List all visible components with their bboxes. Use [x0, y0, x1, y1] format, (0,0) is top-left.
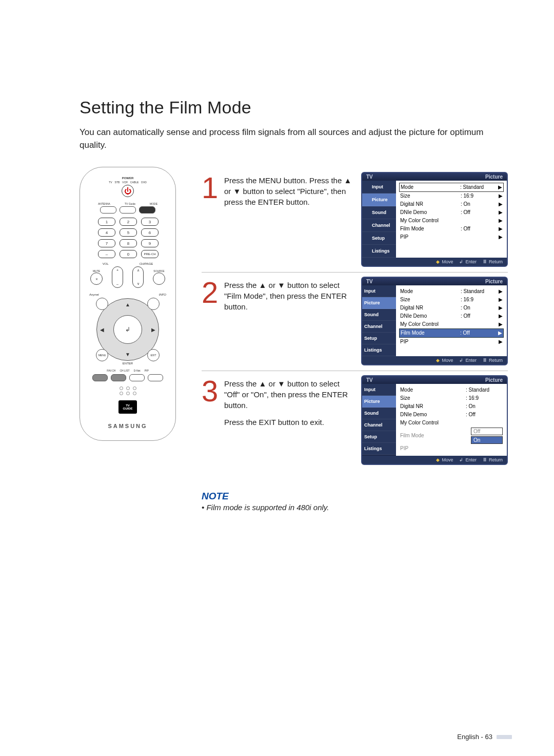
osd-tab-listings: Listings	[362, 245, 396, 258]
prech-button: PRE-CH	[141, 250, 159, 258]
page-number: English - 63	[457, 733, 492, 741]
osd-tv-label: TV	[366, 377, 373, 383]
step-3-text: Press the ▲ or ▼ button to select "Off" …	[224, 375, 353, 434]
favch-label: FAV.CH	[107, 369, 115, 372]
osd-row-film: Film Mode: Off▶	[399, 328, 504, 338]
osd-tab-channel: Channel	[362, 419, 396, 431]
num-1: 1	[98, 218, 115, 226]
osd-tab-picture: Picture	[362, 193, 396, 206]
osd-foot-enter: ↲Enter	[458, 259, 477, 264]
step-1: 1 Press the MENU button. Press the ▲ or …	[202, 168, 508, 272]
arrow-down-icon: ▼	[125, 352, 130, 357]
info-label: INFO	[159, 293, 166, 296]
num-5: 5	[120, 228, 137, 237]
pip-button	[148, 374, 163, 381]
vol-rocker: +–	[112, 266, 123, 288]
arrow-up-icon: ▲	[125, 302, 130, 307]
film-option-on: On	[471, 436, 503, 444]
osd-row-pip: PIP▶	[399, 233, 504, 241]
osd-tab-input: Input	[362, 181, 396, 193]
osd-row-film: Film Mode: Off▶	[399, 225, 504, 233]
osd-row-dnr: Digital NR: On	[399, 402, 504, 411]
note-title: NOTE	[202, 491, 508, 502]
step-3-text-b: Press the EXIT button to exit.	[224, 417, 353, 428]
device-row: TV STB VCR CABLE DVD	[85, 181, 170, 184]
osd-row-mcc: My Color Control	[399, 419, 504, 427]
step-2-number: 2	[202, 280, 219, 305]
favch-button	[92, 374, 108, 381]
osd-tv-label: TV	[366, 174, 373, 180]
note-block: NOTE • Film mode is supported in 480i on…	[202, 491, 508, 512]
tv-guide-logo: TV GUIDE	[118, 400, 137, 414]
osd-row-size: Size: 16:9▶	[399, 296, 504, 304]
osd-row-dnie: DNIe Demo: Off	[399, 411, 504, 419]
osd-row-dnie: DNIe Demo: Off▶	[399, 312, 504, 320]
chpage-label: CH/PAGE	[140, 262, 153, 265]
osd-row-dnr: Digital NR: On▶	[399, 200, 504, 208]
power-button-icon: ⏻	[122, 185, 134, 197]
osd-tab-input: Input	[362, 384, 396, 396]
num-3: 3	[141, 218, 159, 226]
osd-row-dnie: DNIe Demo: Off▶	[399, 208, 504, 217]
mode-label: MODE	[150, 202, 157, 205]
dev-cable: CABLE	[130, 181, 138, 184]
dnet-button	[129, 374, 145, 381]
num-2: 2	[120, 218, 137, 226]
step-3-text-a: Press the ▲ or ▼ button to select "Off" …	[224, 378, 353, 411]
step-2-text: Press the ▲ or ▼ button to select "Film …	[224, 277, 353, 312]
step-3-number: 3	[202, 378, 219, 403]
osd-tab-setup: Setup	[362, 333, 396, 344]
osd-row-mcc: My Color Control▶	[399, 320, 504, 328]
osd-foot-return: ⅢReturn	[482, 358, 503, 363]
tvguide-button	[120, 206, 136, 214]
dnet-label: D-Net	[134, 369, 141, 372]
osd-tab-listings: Listings	[362, 443, 396, 455]
menu-button: MENU	[96, 349, 108, 361]
osd-row-mode: Mode: Standard	[399, 386, 504, 394]
num-8: 8	[120, 239, 137, 247]
osd-foot-move: ◆Move	[434, 457, 453, 462]
osd-row-size: Size: 16:9	[399, 394, 504, 402]
dev-vcr: VCR	[122, 181, 128, 184]
page-footer: English - 63	[457, 733, 512, 741]
nav-ring: MENU EXIT ▲ ▼ ◀ ▶ ↲	[96, 298, 159, 361]
film-option-off: Off	[471, 428, 503, 435]
osd-foot-enter: ↲Enter	[458, 457, 477, 462]
step-1-number: 1	[202, 175, 219, 200]
osd-tab-channel: Channel	[362, 321, 396, 333]
osd-step3: TVPicture Input Picture Sound Channel Se…	[361, 375, 508, 465]
step-1-text: Press the MENU button. Press the ▲ or ▼ …	[224, 172, 353, 207]
osd-foot-return: ⅢReturn	[482, 259, 503, 264]
osd-tv-label: TV	[366, 279, 373, 284]
dash-button: –	[98, 250, 115, 258]
osd-step1: TVPicture Input Picture Sound Channel Se…	[361, 172, 508, 267]
number-pad: 1 2 3 4 5 6 7 8 9 – 0 PRE-CH	[85, 218, 170, 258]
osd-step2: TVPicture Input Picture Sound Channel Se…	[361, 277, 508, 365]
osd-tab-input: Input	[362, 285, 396, 297]
anynet-label: Anynet	[89, 293, 99, 296]
dev-dvd: DVD	[141, 181, 147, 184]
osd-section-label: Picture	[485, 279, 503, 284]
mute-label: MUTE	[90, 269, 103, 273]
osd-row-mode: Mode: Standard▶	[399, 287, 504, 296]
osd-row-pip: PIP	[399, 444, 504, 453]
mute-button: ✕	[90, 273, 103, 285]
osd-tab-channel: Channel	[362, 219, 396, 232]
arrow-left-icon: ◀	[100, 327, 104, 333]
dev-tv: TV	[109, 181, 112, 184]
osd-row-dnr: Digital NR: On▶	[399, 304, 504, 312]
remote-control-illustration: POWER TV STB VCR CABLE DVD ⏻ ANTENNA TV …	[80, 167, 176, 441]
power-label: POWER	[85, 177, 170, 180]
osd-tab-sound: Sound	[362, 206, 396, 219]
osd-section-label: Picture	[485, 377, 503, 383]
osd-foot-return: ⅢReturn	[482, 457, 503, 462]
dev-stb: STB	[115, 181, 120, 184]
note-text: • Film mode is supported in 480i only.	[202, 503, 508, 512]
enter-label: ENTER	[85, 362, 170, 365]
osd-row-pip: PIP▶	[399, 338, 504, 346]
osd-tab-sound: Sound	[362, 309, 396, 321]
osd-foot-move: ◆Move	[434, 358, 453, 363]
pip-label: PIP	[145, 369, 149, 372]
step-2: 2 Press the ▲ or ▼ button to select "Fil…	[202, 272, 508, 371]
tvguide-label: TV Guide	[125, 202, 135, 205]
